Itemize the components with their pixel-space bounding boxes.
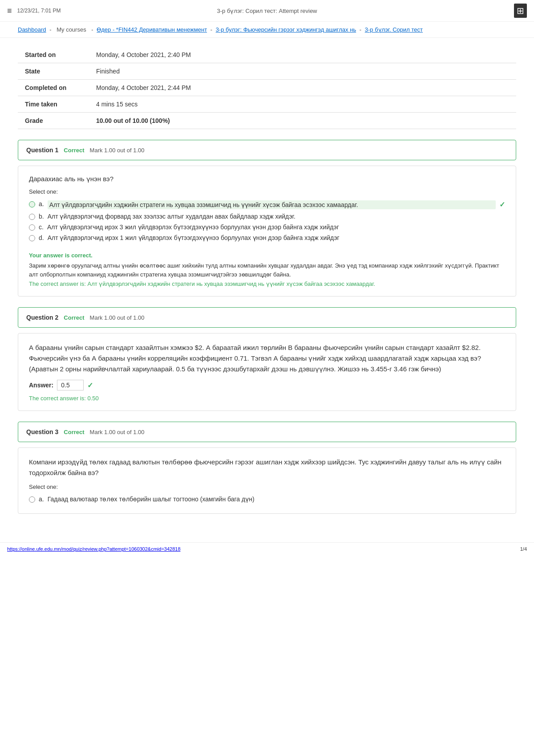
state-value: Finished	[89, 63, 516, 80]
completed-on-row: Completed on Monday, 4 October 2021, 2:4…	[18, 80, 516, 96]
footer-url[interactable]: https://online.ufe.edu.mn/mod/quiz/revie…	[7, 546, 181, 552]
question1-option-c[interactable]: c. Алт үйлдвэрлэгчид ирэх 3 жил үйлдвэрл…	[29, 224, 505, 231]
question1-mark: Mark 1.00 out of 1.00	[90, 147, 145, 154]
footer-page: 1/4	[520, 546, 527, 552]
question2-text: А барааны үнийн сарын стандарт хазайлтын…	[29, 342, 505, 374]
started-on-label: Started on	[18, 47, 89, 63]
option-d-radio	[29, 235, 35, 241]
question2-header: Question 2 Correct Mark 1.00 out of 1.00	[26, 314, 508, 321]
question3-text: Компани ирээдүйд төлөх гадаад валютын тө…	[29, 457, 505, 478]
grade-row: Grade 10.00 out of 10.00 (100%)	[18, 113, 516, 129]
question2-correct-answer: The correct answer is: 0.50	[29, 395, 505, 402]
question1-option-d[interactable]: d. Алт үйлдвэрлэгчид ирэх 1 жил үйлдвэрл…	[29, 234, 505, 241]
question2-correct-badge: Correct	[64, 314, 84, 321]
state-label: State	[18, 63, 89, 80]
main-content: Started on Monday, 4 October 2021, 2:40 …	[0, 38, 534, 533]
question1-options: a. Алт үйлдвэрлэгчдийн хэджийн стратеги …	[29, 200, 505, 241]
breadcrumb-quiz[interactable]: 3-р бүлэг. Сорил тест	[365, 26, 423, 33]
option-c-letter: c.	[39, 224, 44, 231]
question3-label: Question 3	[26, 428, 58, 435]
question2-mark: Mark 1.00 out of 1.00	[90, 314, 145, 321]
question2-answer-label: Answer:	[29, 382, 53, 389]
breadcrumb-dashboard[interactable]: Dashboard	[18, 26, 46, 33]
question1-feedback: Your answer is correct. Зарим хөрөнгө ор…	[29, 248, 505, 287]
question3-content: Компани ирээдүйд төлөх гадаад валютын тө…	[18, 447, 516, 514]
question1-feedback-body: Зарим хөрөнгө оруулагчид алтны үнийн өсө…	[29, 261, 505, 279]
option-a-radio	[29, 201, 35, 207]
page-title: 3-р бүлэг: Сорил тест: Attempt review	[217, 8, 317, 14]
completed-on-label: Completed on	[18, 80, 89, 96]
grid-icon[interactable]: ⊞	[514, 4, 527, 18]
question1-correct-badge: Correct	[64, 147, 84, 154]
option-d-letter: d.	[39, 234, 44, 241]
question1-correct-answer: The correct answer is: Алт үйлдвэрлэгчди…	[29, 280, 505, 287]
question1-label: Question 1	[26, 146, 58, 154]
option-a-checkmark: ✓	[499, 200, 505, 209]
question2-label: Question 2	[26, 314, 58, 321]
option3-a-letter: a.	[39, 496, 44, 503]
question1-text: Дараахиас аль нь үнэн вэ?	[29, 175, 505, 183]
breadcrumb-course[interactable]: Өдер - *FIN442 Деривативын менежмент	[97, 26, 207, 33]
question1-header: Question 1 Correct Mark 1.00 out of 1.00	[26, 146, 508, 154]
started-on-value: Monday, 4 October 2021, 2:40 PM	[89, 47, 516, 63]
question3-correct-badge: Correct	[64, 429, 84, 435]
question3-box: Question 3 Correct Mark 1.00 out of 1.00	[18, 422, 516, 442]
time-taken-label: Time taken	[18, 96, 89, 113]
option-b-letter: b.	[39, 213, 44, 220]
question1-feedback-title: Your answer is correct.	[29, 252, 505, 259]
question2-answer-check: ✓	[87, 381, 93, 390]
question3-header: Question 3 Correct Mark 1.00 out of 1.00	[26, 428, 508, 435]
time-taken-row: Time taken 4 mins 15 secs	[18, 96, 516, 113]
timestamp: 12/23/21, 7:01 PM	[17, 8, 61, 14]
question1-option-b[interactable]: b. Алт үйлдвэрлэгчид форвард зах зээлзэс…	[29, 213, 505, 220]
grade-label: Grade	[18, 113, 89, 129]
question2-content: А барааны үнийн сарын стандарт хазайлтын…	[18, 333, 516, 411]
started-on-row: Started on Monday, 4 October 2021, 2:40 …	[18, 47, 516, 63]
question1-content: Дараахиас аль нь үнэн вэ? Select one: a.…	[18, 166, 516, 297]
question3-mark: Mark 1.00 out of 1.00	[90, 429, 145, 435]
breadcrumb-section[interactable]: 3-р булэг: Фьючерсийн гэрээг хэджингэд а…	[216, 26, 356, 33]
option-a-letter: a.	[39, 200, 44, 207]
breadcrumb: Dashboard - My courses - Өдер - *FIN442 …	[0, 22, 534, 38]
option-c-radio	[29, 224, 35, 231]
top-bar: ≡ 12/23/21, 7:01 PM 3-р бүлэг: Сорил тес…	[0, 0, 534, 22]
question1-select-one: Select one:	[29, 188, 505, 195]
option-a-text: Алт үйлдвэрлэгчдийн хэджийн стратеги нь …	[48, 200, 496, 209]
footer-bar: https://online.ufe.edu.mn/mod/quiz/revie…	[0, 542, 534, 555]
time-taken-value: 4 mins 15 secs	[89, 96, 516, 113]
option-b-radio	[29, 214, 35, 220]
question1-box: Question 1 Correct Mark 1.00 out of 1.00	[18, 140, 516, 160]
breadcrumb-mycourses: My courses	[57, 26, 86, 33]
option-c-text: Алт үйлдвэрлэгчид ирэх 3 жил үйлдвэрлэх …	[47, 224, 505, 231]
attempt-info-table: Started on Monday, 4 October 2021, 2:40 …	[18, 47, 516, 129]
question1-option-a[interactable]: a. Алт үйлдвэрлэгчдийн хэджийн стратеги …	[29, 200, 505, 209]
state-row: State Finished	[18, 63, 516, 80]
question3-options: a. Гадаад валютаар төлөх төлбөрийн шалыг…	[29, 496, 505, 503]
option3-a-radio	[29, 496, 35, 503]
question3-select-one: Select one:	[29, 484, 505, 490]
option3-a-text: Гадаад валютаар төлөх төлбөрийн шалыг то…	[48, 496, 505, 503]
question2-box: Question 2 Correct Mark 1.00 out of 1.00	[18, 307, 516, 328]
option-b-text: Алт үйлдвэрлэгчид форвард зах зээлзэс ал…	[48, 213, 505, 220]
option-d-text: Алт үйлдвэрлэгчид ирэх 1 жил үйлдвэрлэх …	[48, 234, 505, 241]
question2-answer-value: 0.5	[57, 380, 84, 390]
question3-option-a[interactable]: a. Гадаад валютаар төлөх төлбөрийн шалыг…	[29, 496, 505, 503]
grade-value: 10.00 out of 10.00 (100%)	[89, 113, 516, 129]
completed-on-value: Monday, 4 October 2021, 2:44 PM	[89, 80, 516, 96]
hamburger-icon[interactable]: ≡	[7, 6, 12, 16]
question2-answer-row: Answer: 0.5 ✓	[29, 380, 505, 390]
